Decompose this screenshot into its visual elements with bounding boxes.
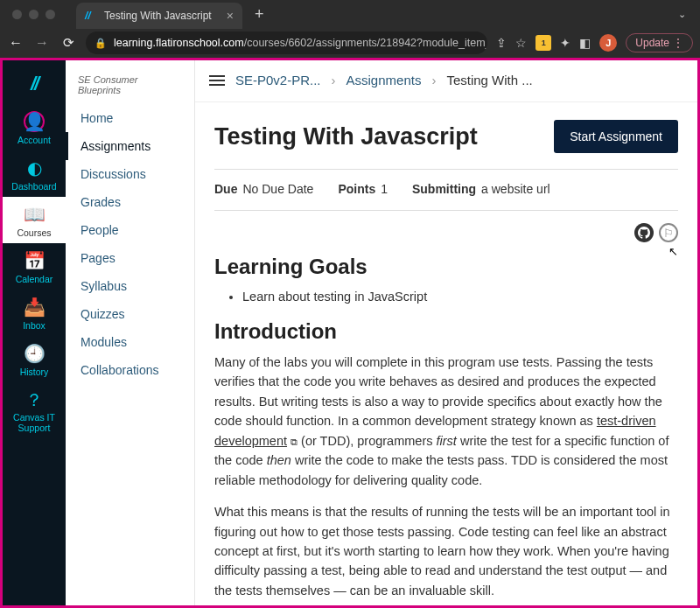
calendar-icon: 📅: [24, 250, 46, 271]
forward-button: →: [33, 35, 51, 51]
new-tab-button[interactable]: +: [255, 5, 264, 24]
bookmark-icon[interactable]: ☆: [515, 36, 527, 50]
course-nav-syllabus[interactable]: Syllabus: [66, 272, 194, 300]
tab-title: Testing With Javascript: [104, 10, 212, 22]
hamburger-icon[interactable]: [209, 75, 225, 86]
due-label: Due: [214, 182, 237, 196]
intro-paragraph-2: What this means is that the results of r…: [214, 502, 678, 600]
install-icon[interactable]: ⇪: [496, 36, 507, 50]
points-label: Points: [338, 182, 375, 196]
goal-item: Learn about testing in JavaScript: [242, 288, 678, 307]
inbox-icon: 📥: [24, 297, 46, 318]
heading-introduction: Introduction: [214, 319, 678, 344]
course-nav-pages[interactable]: Pages: [66, 244, 194, 272]
window-controls[interactable]: [7, 10, 60, 19]
help-icon: ？: [25, 389, 43, 410]
main-content: SE-P0v2-PR... › Assignments › Testing Wi…: [195, 60, 697, 605]
assignment-meta: DueNo Due Date Points1 Submittinga websi…: [214, 170, 678, 211]
reload-button[interactable]: ⟳: [60, 35, 77, 51]
nav-dashboard[interactable]: ◐ Dashboard: [3, 150, 66, 197]
lock-icon: 🔒: [94, 38, 107, 49]
breadcrumb: SE-P0v2-PR... › Assignments › Testing Wi…: [195, 60, 697, 102]
extensions-icon[interactable]: ✦: [560, 36, 570, 50]
crumb-current: Testing With ...: [446, 73, 532, 87]
course-sidebar: SE Consumer Blueprints Home Assignments …: [66, 60, 195, 605]
crumb-assignments[interactable]: Assignments: [346, 73, 422, 87]
course-nav-quizzes[interactable]: Quizzes: [66, 300, 194, 328]
extension-badge[interactable]: 1: [536, 35, 551, 51]
course-nav-assignments[interactable]: Assignments: [66, 132, 194, 160]
submitting-label: Submitting: [412, 182, 476, 196]
chevron-right-icon: ›: [431, 73, 436, 87]
tab-favicon: //: [85, 10, 97, 22]
course-nav-home[interactable]: Home: [66, 104, 194, 132]
global-sidebar: // 👤 Account ◐ Dashboard 📖 Courses 📅 Cal…: [3, 60, 66, 605]
flag-icon[interactable]: ⚐: [659, 223, 678, 242]
submitting-value: a website url: [481, 182, 550, 196]
url-path: /courses/6602/assignments/218942?module_…: [244, 37, 488, 49]
tabs-overflow-icon[interactable]: ⌄: [678, 9, 686, 20]
course-nav-modules[interactable]: Modules: [66, 328, 194, 356]
course-nav-people[interactable]: People: [66, 216, 194, 244]
course-nav-grades[interactable]: Grades: [66, 188, 194, 216]
nav-support[interactable]: ？ Canvas IT Support: [3, 382, 66, 438]
profile-avatar[interactable]: J: [599, 34, 617, 52]
crumb-course[interactable]: SE-P0v2-PR...: [235, 73, 321, 87]
course-nav-discussions[interactable]: Discussions: [66, 160, 194, 188]
history-icon: 🕘: [24, 343, 46, 364]
nav-courses[interactable]: 📖 Courses: [3, 197, 66, 243]
update-button[interactable]: Update ⋮: [626, 33, 693, 52]
course-nav-title: SE Consumer Blueprints: [66, 74, 194, 104]
external-link-icon: ⧉: [290, 437, 298, 447]
nav-history[interactable]: 🕘 History: [3, 336, 66, 382]
due-value: No Due Date: [242, 182, 313, 196]
courses-icon: 📖: [24, 204, 46, 225]
course-nav-collaborations[interactable]: Collaborations: [66, 356, 194, 384]
intro-paragraph-1: Many of the labs you will complete in th…: [214, 353, 678, 490]
nav-account[interactable]: 👤 Account: [3, 104, 66, 150]
account-icon: 👤: [24, 111, 45, 132]
flatiron-logo[interactable]: //: [17, 69, 52, 99]
points-value: 1: [381, 182, 388, 196]
heading-learning-goals: Learning Goals: [214, 255, 678, 279]
nav-inbox[interactable]: 📥 Inbox: [3, 290, 66, 336]
panel-icon[interactable]: ◧: [579, 36, 591, 50]
url-host: learning.flatironschool.com: [114, 37, 244, 49]
dashboard-icon: ◐: [27, 157, 42, 178]
github-icon[interactable]: [634, 223, 654, 242]
nav-calendar[interactable]: 📅 Calendar: [3, 243, 66, 290]
chevron-right-icon: ›: [332, 73, 336, 87]
tab-close-icon[interactable]: ×: [227, 9, 234, 23]
browser-tab[interactable]: // Testing With Javascript ×: [76, 3, 242, 29]
page-title: Testing With Javascript: [214, 123, 478, 150]
address-bar[interactable]: 🔒 learning.flatironschool.com/courses/66…: [86, 31, 487, 54]
back-button[interactable]: ←: [7, 35, 24, 51]
start-assignment-button[interactable]: Start Assignment: [554, 120, 678, 153]
